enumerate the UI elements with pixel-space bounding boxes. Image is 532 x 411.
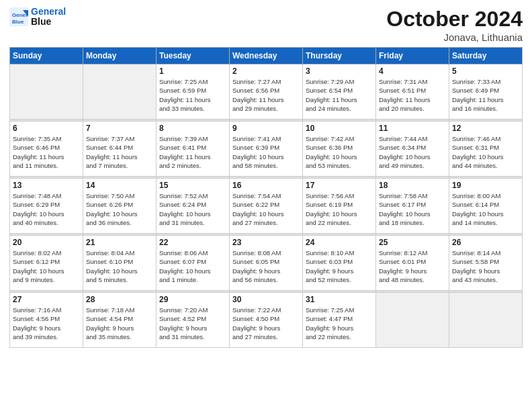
day-info: Sunrise: 7:56 AMSunset: 6:19 PMDaylight:… [306,191,373,227]
day-number: 16 [232,181,300,190]
calendar-week-1: 1Sunrise: 7:25 AMSunset: 6:59 PMDaylight… [10,64,523,120]
page-header: General Blue General Blue October 2024 J… [9,7,523,43]
calendar-cell: 26Sunrise: 8:14 AMSunset: 5:58 PMDayligh… [449,236,523,291]
calendar-cell: 7Sunrise: 7:37 AMSunset: 6:44 PMDaylight… [83,122,157,177]
header-friday: Friday [376,48,449,64]
calendar-week-4: 20Sunrise: 8:02 AMSunset: 6:12 PMDayligh… [10,236,523,291]
calendar-cell [83,64,157,120]
day-info: Sunrise: 7:16 AMSunset: 4:56 PMDaylight:… [13,306,80,341]
day-number: 6 [13,124,80,133]
calendar-cell: 10Sunrise: 7:42 AMSunset: 6:36 PMDayligh… [303,122,376,177]
title-block: October 2024 Jonava, Lithuania [386,7,523,43]
day-info: Sunrise: 8:00 AMSunset: 6:14 PMDaylight:… [452,191,519,227]
day-number: 9 [232,124,300,133]
calendar-week-2: 6Sunrise: 7:35 AMSunset: 6:46 PMDaylight… [10,122,523,177]
calendar-week-3: 13Sunrise: 7:48 AMSunset: 6:29 PMDayligh… [10,179,523,234]
day-number: 22 [159,238,226,247]
calendar-cell [376,293,449,348]
calendar-cell: 24Sunrise: 8:10 AMSunset: 6:03 PMDayligh… [303,236,376,291]
day-number: 31 [306,295,373,304]
day-number: 28 [86,295,153,304]
day-info: Sunrise: 8:10 AMSunset: 6:03 PMDaylight:… [306,248,373,284]
day-info: Sunrise: 7:27 AMSunset: 6:56 PMDaylight:… [232,77,300,113]
day-number: 19 [452,181,519,190]
calendar-cell: 4Sunrise: 7:31 AMSunset: 6:51 PMDaylight… [376,64,449,120]
calendar-header-row: Sunday Monday Tuesday Wednesday Thursday… [10,48,523,64]
calendar-table: Sunday Monday Tuesday Wednesday Thursday… [9,47,523,348]
calendar-cell: 21Sunrise: 8:04 AMSunset: 6:10 PMDayligh… [83,236,157,291]
calendar-cell: 29Sunrise: 7:20 AMSunset: 4:52 PMDayligh… [157,293,230,348]
calendar-cell: 19Sunrise: 8:00 AMSunset: 6:14 PMDayligh… [449,179,523,234]
day-info: Sunrise: 7:54 AMSunset: 6:22 PMDaylight:… [232,191,300,227]
calendar-cell: 27Sunrise: 7:16 AMSunset: 4:56 PMDayligh… [10,293,83,348]
calendar-cell: 31Sunrise: 7:25 AMSunset: 4:47 PMDayligh… [303,293,376,348]
calendar-cell: 15Sunrise: 7:52 AMSunset: 6:24 PMDayligh… [157,179,230,234]
calendar-cell: 11Sunrise: 7:44 AMSunset: 6:34 PMDayligh… [376,122,449,177]
day-number: 5 [452,66,519,76]
day-info: Sunrise: 7:42 AMSunset: 6:36 PMDaylight:… [306,134,373,170]
calendar-cell: 1Sunrise: 7:25 AMSunset: 6:59 PMDaylight… [157,64,230,120]
day-number: 18 [379,181,446,190]
day-info: Sunrise: 7:39 AMSunset: 6:41 PMDaylight:… [159,134,226,170]
calendar-cell: 5Sunrise: 7:33 AMSunset: 6:49 PMDaylight… [449,64,523,120]
header-thursday: Thursday [303,48,376,64]
day-number: 7 [86,124,153,133]
day-info: Sunrise: 7:29 AMSunset: 6:54 PMDaylight:… [306,77,373,113]
day-info: Sunrise: 7:37 AMSunset: 6:44 PMDaylight:… [86,134,153,170]
day-info: Sunrise: 7:48 AMSunset: 6:29 PMDaylight:… [13,191,80,227]
day-info: Sunrise: 8:02 AMSunset: 6:12 PMDaylight:… [13,248,80,284]
header-saturday: Saturday [449,48,523,64]
day-info: Sunrise: 7:46 AMSunset: 6:31 PMDaylight:… [452,134,519,170]
day-number: 27 [13,295,80,304]
day-info: Sunrise: 7:22 AMSunset: 4:50 PMDaylight:… [232,306,300,341]
day-number: 2 [232,66,300,76]
day-info: Sunrise: 8:08 AMSunset: 6:05 PMDaylight:… [232,248,300,284]
calendar-cell: 9Sunrise: 7:41 AMSunset: 6:39 PMDaylight… [230,122,303,177]
calendar-cell: 14Sunrise: 7:50 AMSunset: 6:26 PMDayligh… [83,179,157,234]
page-container: General Blue General Blue October 2024 J… [0,0,532,411]
day-number: 3 [306,66,373,76]
calendar-cell: 12Sunrise: 7:46 AMSunset: 6:31 PMDayligh… [449,122,523,177]
day-number: 15 [159,181,226,190]
calendar-cell: 6Sunrise: 7:35 AMSunset: 6:46 PMDaylight… [10,122,83,177]
calendar-cell: 8Sunrise: 7:39 AMSunset: 6:41 PMDaylight… [157,122,230,177]
day-number: 14 [86,181,153,190]
header-sunday: Sunday [10,48,83,64]
calendar-week-5: 27Sunrise: 7:16 AMSunset: 4:56 PMDayligh… [10,293,523,348]
day-number: 26 [452,238,519,247]
day-number: 23 [232,238,300,247]
logo-icon: General Blue [9,7,28,26]
day-number: 29 [159,295,226,304]
calendar-cell [10,64,83,120]
day-number: 20 [13,238,80,247]
calendar-cell: 2Sunrise: 7:27 AMSunset: 6:56 PMDaylight… [230,64,303,120]
day-number: 30 [232,295,300,304]
day-info: Sunrise: 7:50 AMSunset: 6:26 PMDaylight:… [86,191,153,227]
day-number: 10 [306,124,373,133]
day-info: Sunrise: 7:20 AMSunset: 4:52 PMDaylight:… [159,306,226,341]
day-info: Sunrise: 7:35 AMSunset: 6:46 PMDaylight:… [13,134,80,170]
day-info: Sunrise: 7:41 AMSunset: 6:39 PMDaylight:… [232,134,300,170]
header-monday: Monday [83,48,157,64]
calendar-cell: 20Sunrise: 8:02 AMSunset: 6:12 PMDayligh… [10,236,83,291]
calendar-cell: 28Sunrise: 7:18 AMSunset: 4:54 PMDayligh… [83,293,157,348]
day-number: 17 [306,181,373,190]
day-number: 11 [379,124,446,133]
calendar-cell: 3Sunrise: 7:29 AMSunset: 6:54 PMDaylight… [303,64,376,120]
calendar-cell: 30Sunrise: 7:22 AMSunset: 4:50 PMDayligh… [230,293,303,348]
day-number: 24 [306,238,373,247]
day-info: Sunrise: 8:14 AMSunset: 5:58 PMDaylight:… [452,248,519,284]
calendar-cell: 13Sunrise: 7:48 AMSunset: 6:29 PMDayligh… [10,179,83,234]
day-number: 21 [86,238,153,247]
day-number: 4 [379,66,446,76]
day-info: Sunrise: 7:58 AMSunset: 6:17 PMDaylight:… [379,191,446,227]
header-wednesday: Wednesday [230,48,303,64]
calendar-cell: 17Sunrise: 7:56 AMSunset: 6:19 PMDayligh… [303,179,376,234]
svg-text:Blue: Blue [12,19,24,25]
day-number: 1 [159,66,226,76]
header-tuesday: Tuesday [157,48,230,64]
day-info: Sunrise: 7:33 AMSunset: 6:49 PMDaylight:… [452,77,519,113]
day-info: Sunrise: 7:31 AMSunset: 6:51 PMDaylight:… [379,77,446,113]
day-number: 13 [13,181,80,190]
day-info: Sunrise: 7:44 AMSunset: 6:34 PMDaylight:… [379,134,446,170]
